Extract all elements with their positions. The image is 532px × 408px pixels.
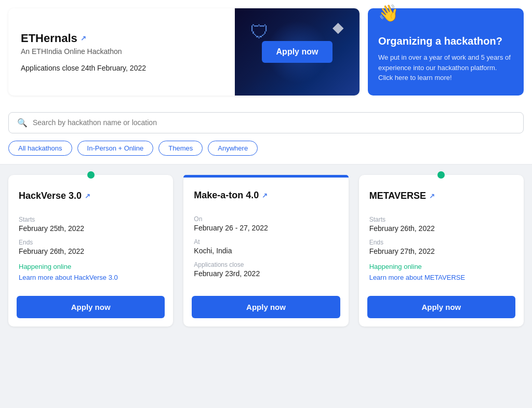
featured-hackathon-title: ETHernals ↗ [21, 32, 222, 45]
cards-section: HackVerse 3.0 ↗ Starts February 25th, 20… [0, 165, 532, 337]
hackverse-body: HackVerse 3.0 ↗ Starts February 25th, 20… [8, 178, 173, 290]
metaverse-learn-more[interactable]: Learn more about METAVERSE [369, 274, 513, 281]
make-a-ton-external-link-icon[interactable]: ↗ [262, 192, 268, 199]
hackverse-starts-label: Starts [19, 216, 163, 223]
organizing-box[interactable]: 👋 Organizing a hackathon? We put in over… [368, 8, 524, 96]
search-icon: 🔍 [17, 118, 28, 128]
make-a-ton-closes-label: Applications close [194, 261, 338, 268]
filter-in-person-online[interactable]: In-Person + Online [77, 141, 154, 156]
filter-themes[interactable]: Themes [158, 141, 203, 156]
hackverse-ends-value: February 26th, 2022 [19, 247, 163, 255]
metaverse-external-link-icon[interactable]: ↗ [429, 192, 435, 200]
hackverse-title: HackVerse 3.0 ↗ [19, 191, 163, 201]
make-a-ton-on-label: On [194, 215, 338, 223]
eth-icon: ◆ [332, 19, 344, 36]
metaverse-body: METAVERSE ↗ Starts February 26th, 2022 E… [359, 178, 524, 290]
card-hackverse: HackVerse 3.0 ↗ Starts February 25th, 20… [8, 175, 173, 327]
make-a-ton-apply-button[interactable]: Apply now [192, 296, 340, 318]
search-bar: 🔍 [8, 112, 524, 133]
card-metaverse: METAVERSE ↗ Starts February 26th, 2022 E… [359, 175, 524, 327]
hackverse-learn-more[interactable]: Learn more about HackVerse 3.0 [19, 274, 163, 281]
make-a-ton-footer: Apply now [183, 290, 348, 327]
metaverse-ends-value: February 27th, 2022 [369, 247, 513, 255]
hackverse-footer: Apply now [8, 290, 173, 327]
metaverse-starts-label: Starts [369, 216, 513, 223]
shield-icon: 🛡 [250, 21, 269, 43]
search-input[interactable] [33, 118, 515, 127]
metaverse-starts-value: February 26th, 2022 [369, 224, 513, 233]
featured-hackathon-info: ETHernals ↗ An ETHIndia Online Hackathon… [8, 8, 235, 96]
card-make-a-ton: Make-a-ton 4.0 ↗ On February 26 - 27, 20… [183, 175, 348, 327]
metaverse-apply-button[interactable]: Apply now [367, 296, 515, 318]
filter-anywhere[interactable]: Anywhere [208, 141, 258, 156]
hackverse-starts-value: February 25th, 2022 [19, 224, 163, 233]
search-section: 🔍 All hackathons In-Person + Online Them… [0, 104, 532, 165]
make-a-ton-at-label: At [194, 238, 338, 246]
featured-banner: ETHernals ↗ An ETHIndia Online Hackathon… [0, 0, 532, 104]
external-link-icon: ↗ [81, 34, 86, 42]
make-a-ton-closes-value: February 23rd, 2022 [194, 269, 338, 278]
hackverse-ends-label: Ends [19, 239, 163, 246]
wave-emoji: 👋 [378, 3, 399, 23]
filter-row: All hackathons In-Person + Online Themes… [8, 141, 524, 156]
make-a-ton-body: Make-a-ton 4.0 ↗ On February 26 - 27, 20… [183, 178, 348, 290]
make-a-ton-at-value: Kochi, India [194, 247, 338, 255]
organizing-title: Organizing a hackathon? [378, 35, 513, 47]
filter-all-hackathons[interactable]: All hackathons [8, 141, 72, 156]
hackverse-status-dot [87, 171, 95, 179]
hackverse-external-link-icon[interactable]: ↗ [85, 192, 90, 200]
featured-hackathon-card: ETHernals ↗ An ETHIndia Online Hackathon… [8, 8, 360, 96]
hackverse-online: Happening online [19, 263, 163, 270]
featured-hackathon-image: 🛡 ◆ Apply now [235, 8, 360, 96]
make-a-ton-on-value: February 26 - 27, 2022 [194, 224, 338, 232]
organizing-desc: We put in over a year of work and 5 year… [378, 52, 513, 83]
featured-hackathon-closes: Applications close 24th February, 2022 [21, 64, 222, 72]
metaverse-title: METAVERSE ↗ [369, 191, 513, 201]
metaverse-ends-label: Ends [369, 239, 513, 246]
featured-apply-button[interactable]: Apply now [262, 41, 333, 63]
hackverse-apply-button[interactable]: Apply now [17, 296, 165, 318]
metaverse-status-dot [437, 171, 445, 179]
metaverse-footer: Apply now [359, 290, 524, 327]
make-a-ton-title: Make-a-ton 4.0 ↗ [194, 190, 338, 201]
cards-grid: HackVerse 3.0 ↗ Starts February 25th, 20… [8, 175, 524, 327]
featured-hackathon-subtitle: An ETHIndia Online Hackathon [21, 47, 222, 56]
metaverse-online: Happening online [369, 263, 513, 270]
